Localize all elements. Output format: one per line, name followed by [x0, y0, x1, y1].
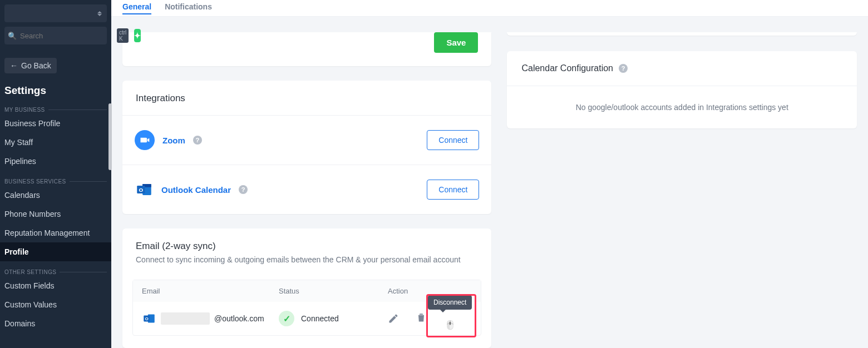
- add-button[interactable]: ✦: [134, 29, 141, 42]
- email-suffix: @outlook.com: [214, 314, 264, 323]
- calendar-config-empty: No google/outlook accounts added in Inte…: [507, 86, 857, 128]
- sidebar-item-pipelines[interactable]: Pipelines: [0, 152, 111, 171]
- save-button[interactable]: Save: [434, 32, 478, 53]
- email-redacted: [161, 312, 210, 325]
- go-back-button[interactable]: ← Go Back: [4, 58, 57, 73]
- delete-icon[interactable]: [416, 312, 427, 323]
- integrations-card: Integrations Zoom ? Connect O: [122, 81, 491, 214]
- edit-icon[interactable]: [388, 313, 399, 324]
- email-sync-card: Email (2-way sync) Connect to sync incom…: [122, 228, 491, 348]
- workspace-selector[interactable]: [4, 4, 107, 22]
- calendar-config-title: Calendar Configuration: [521, 63, 613, 73]
- sidebar-item-custom-fields[interactable]: Custom Fields: [0, 276, 111, 295]
- sidebar-item-calendars[interactable]: Calendars: [0, 186, 111, 205]
- chevron-updown-icon: [96, 11, 103, 16]
- integration-row-zoom: Zoom ? Connect: [122, 116, 491, 165]
- svg-text:O: O: [145, 316, 149, 321]
- help-icon[interactable]: ?: [239, 185, 248, 194]
- search-icon: 🔍: [8, 32, 17, 40]
- col-action: Action: [388, 287, 472, 295]
- connect-zoom-button[interactable]: Connect: [427, 130, 479, 150]
- group-my-business: MY BUSINESS: [0, 99, 111, 114]
- cursor-icon: 🖱️: [445, 320, 456, 330]
- sidebar-item-reputation-management[interactable]: Reputation Management: [0, 223, 111, 242]
- email-sync-title: Email (2-way sync): [122, 228, 491, 254]
- left-column: Save Integrations Zoom ? Connect: [122, 32, 491, 348]
- sidebar-item-custom-values[interactable]: Custom Values: [0, 295, 111, 314]
- help-icon[interactable]: ?: [193, 136, 202, 145]
- outlook-label: Outlook Calendar: [161, 185, 231, 195]
- table-row: O @outlook.com ✓ Connected Dis: [133, 302, 481, 335]
- kbd-hint: ctrl K: [117, 28, 129, 43]
- content: Save Integrations Zoom ? Connect: [111, 32, 868, 348]
- search-row: 🔍 ctrl K ✦: [4, 27, 107, 44]
- svg-text:O: O: [139, 187, 143, 193]
- save-card: Save: [122, 32, 491, 66]
- sidebar-item-profile[interactable]: Profile: [0, 242, 111, 261]
- disconnect-tooltip: Disconnect: [428, 295, 472, 310]
- email-sync-subtitle: Connect to sync incoming & outgoing emai…: [122, 254, 491, 274]
- sidebar-item-my-staff[interactable]: My Staff: [0, 133, 111, 152]
- help-icon[interactable]: ?: [619, 64, 628, 73]
- status-label: Connected: [301, 314, 339, 323]
- page-title: Settings: [0, 78, 111, 99]
- arrow-left-icon: ←: [10, 61, 18, 70]
- tabs: General Notifications: [111, 0, 868, 17]
- check-icon: ✓: [279, 311, 294, 326]
- tab-notifications[interactable]: Notifications: [165, 0, 212, 13]
- sidebar-item-phone-numbers[interactable]: Phone Numbers: [0, 205, 111, 223]
- zoom-icon: [135, 130, 155, 150]
- connect-outlook-button[interactable]: Connect: [427, 180, 479, 200]
- outlook-small-icon: O: [142, 311, 156, 326]
- go-back-label: Go Back: [21, 61, 51, 70]
- email-table: Email Status Action O @outlook.com: [132, 280, 481, 336]
- search-input[interactable]: [20, 32, 114, 40]
- tab-general[interactable]: General: [122, 0, 151, 14]
- integrations-title: Integrations: [122, 81, 491, 116]
- group-other-settings: OTHER SETTINGS: [0, 261, 111, 276]
- card-overflow-top: [507, 32, 857, 36]
- integration-row-outlook: O Outlook Calendar ? Connect: [122, 165, 491, 214]
- col-status: Status: [279, 287, 388, 295]
- sidebar: 🔍 ctrl K ✦ ← Go Back Settings MY BUSINES…: [0, 0, 111, 348]
- col-email: Email: [142, 287, 279, 295]
- calendar-config-card: Calendar Configuration ? No google/outlo…: [507, 51, 857, 128]
- zoom-label: Zoom: [162, 136, 185, 145]
- group-business-services: BUSINESS SERVICES: [0, 171, 111, 186]
- right-column: Calendar Configuration ? No google/outlo…: [507, 32, 857, 348]
- sidebar-item-business-profile[interactable]: Business Profile: [0, 114, 111, 133]
- main: General Notifications Save Integrations …: [111, 0, 868, 348]
- sidebar-item-domains[interactable]: Domains: [0, 314, 111, 333]
- outlook-icon: O: [135, 180, 154, 199]
